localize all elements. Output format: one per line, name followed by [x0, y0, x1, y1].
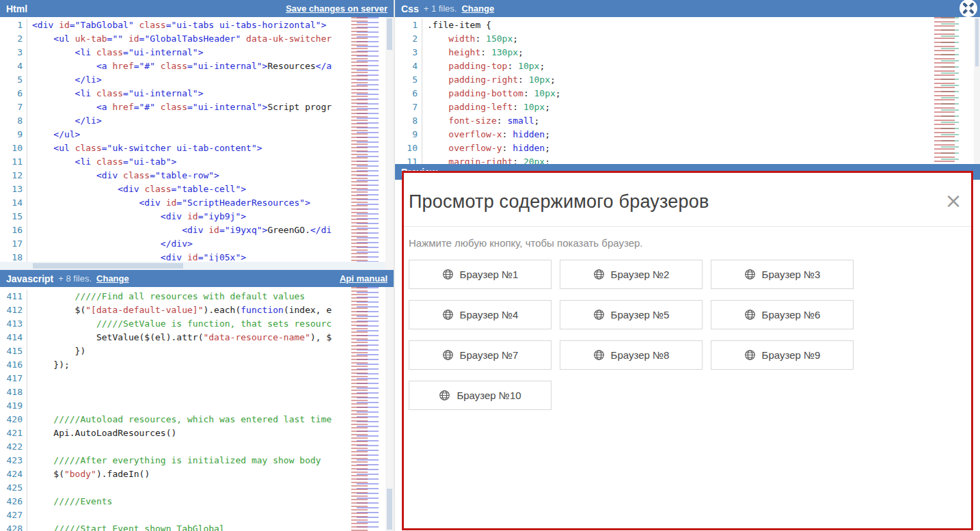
css-vertical-scrollbar[interactable]: [974, 17, 980, 164]
line-number: 16: [0, 223, 27, 237]
javascript-vertical-scrollbar[interactable]: [385, 287, 394, 531]
code-line: 14 <div id="ScriptHeaderResources">: [0, 196, 346, 210]
globe-icon: [439, 390, 450, 401]
line-number: 14: [0, 196, 27, 210]
browser-button[interactable]: Браузер №9: [711, 340, 854, 370]
settings-gear-icon[interactable]: [959, 0, 978, 18]
html-horizontal-scrollbar[interactable]: [0, 262, 385, 270]
code-token: ;: [545, 141, 550, 155]
css-minimap[interactable]: [931, 17, 974, 164]
javascript-minimap[interactable]: [346, 287, 385, 531]
globe-icon: [593, 349, 605, 361]
code-line: 4 padding-top: 10px;: [395, 59, 925, 73]
code-token: /////Start Event shown TabGlobal: [32, 522, 225, 531]
code-line: 11 <li class="ui-tab">: [0, 155, 346, 169]
code-token: class: [144, 182, 171, 196]
browser-button[interactable]: Браузер №2: [560, 260, 703, 289]
code-line: 10 <ul class="uk-switcher ui-tab-content…: [0, 141, 346, 155]
code-token: /////Events: [32, 495, 112, 508]
code-line: 16 <div id="i9yxq">GreenGO.</di: [0, 223, 346, 237]
line-number: 7: [395, 100, 422, 114]
scrollbar-thumb[interactable]: [33, 263, 183, 269]
close-icon[interactable]: ×: [944, 192, 963, 211]
code-line: 18 <div id="ij05x">: [0, 251, 346, 262]
code-token: "[data-default-value]": [85, 303, 203, 317]
line-number: 10: [395, 141, 422, 155]
browser-button[interactable]: Браузер №8: [560, 340, 703, 370]
code-line: 11 margin-right: 20px;: [395, 155, 925, 164]
line-number: 10: [0, 141, 27, 155]
javascript-files-note: + 8 files.: [58, 273, 92, 284]
line-number: 428: [0, 522, 27, 531]
browser-button[interactable]: Браузер №10: [409, 381, 552, 410]
browser-button-label: Браузер №10: [457, 390, 521, 401]
line-number: 420: [0, 413, 27, 426]
code-token: ="#": [134, 100, 161, 114]
code-line: 13 <div class="table-cell">: [0, 182, 346, 196]
code-token: ="i9yxq">: [219, 223, 267, 237]
preview-panel: Preview Просмотр содержимого браузеров ×…: [395, 164, 980, 531]
code-token: $(: [32, 467, 64, 481]
scrollbar-thumb[interactable]: [387, 18, 392, 50]
code-token: :: [513, 155, 523, 164]
code-token: class: [161, 59, 187, 73]
code-token: id: [187, 251, 198, 262]
code-line: 12 <div class="table-row">: [0, 169, 346, 182]
html-code-editor[interactable]: 1<div id="TabGlobal" class="ui-tabs ui-t…: [0, 17, 346, 262]
code-token: ="ui-tabs ui-tabs-horizontal">: [166, 18, 327, 32]
browser-button[interactable]: Браузер №1: [409, 260, 552, 289]
scrollbar-thumb[interactable]: [387, 489, 392, 530]
save-changes-link[interactable]: Save changes on server: [286, 3, 387, 14]
code-token: 20px: [523, 155, 545, 164]
code-line: 9 </ul>: [0, 128, 346, 141]
code-token: data-uk-switcher: [246, 32, 331, 46]
code-line: 4 <a href="#" class="ui-internal">Resour…: [0, 59, 346, 73]
modal-title: Просмотр содержимого браузеров: [409, 191, 971, 213]
javascript-code-editor[interactable]: 411 /////Find all resources with default…: [0, 287, 346, 531]
browser-button[interactable]: Браузер №3: [711, 260, 854, 289]
css-panel-header: Css + 1 files. Change: [395, 0, 980, 17]
browser-button[interactable]: Браузер №4: [409, 300, 552, 329]
line-number: 9: [395, 128, 422, 141]
css-change-link[interactable]: Change: [461, 3, 494, 14]
code-token: <a: [32, 100, 112, 114]
code-token: :: [513, 100, 523, 114]
code-token: height: [427, 46, 480, 59]
code-token: Api.AutoLoadResources(): [32, 426, 176, 440]
line-number: 425: [0, 481, 27, 495]
line-number: 427: [0, 508, 27, 522]
browser-button[interactable]: Браузер №6: [711, 300, 854, 329]
code-line: 2 <ul uk-tab="" id="GlobalTabsHeader" da…: [0, 32, 346, 46]
code-token: id: [59, 18, 70, 32]
code-line: 6 <li class="ui-internal">: [0, 87, 346, 100]
html-vertical-scrollbar[interactable]: [385, 17, 394, 270]
code-token: ;: [545, 100, 550, 114]
code-line: 9 overflow-x: hidden;: [395, 128, 925, 141]
css-code-editor[interactable]: 1.file-item {2 width: 150px;3 height: 13…: [395, 17, 925, 164]
code-token: :: [502, 128, 513, 141]
globe-icon: [744, 349, 756, 361]
scrollbar-thumb[interactable]: [975, 18, 979, 66]
globe-icon: [593, 269, 605, 280]
javascript-change-link[interactable]: Change: [96, 273, 129, 284]
code-token: (index, e: [284, 303, 331, 317]
html-panel-title: Html: [6, 3, 27, 14]
code-token: ;: [556, 87, 561, 100]
line-number: 1: [395, 18, 422, 32]
code-token: 10px: [529, 73, 550, 87]
browser-button[interactable]: Браузер №7: [409, 340, 552, 370]
api-manual-link[interactable]: Api manual: [340, 273, 387, 284]
line-number: 17: [0, 237, 27, 251]
browser-button-label: Браузер №3: [762, 269, 821, 280]
html-minimap[interactable]: [346, 17, 385, 262]
line-number: 415: [0, 344, 27, 358]
code-token: class: [96, 46, 123, 59]
code-token: ="ij05x">: [198, 251, 246, 262]
code-line: 426 /////Events: [0, 495, 346, 508]
code-token: uk-tab: [75, 32, 107, 46]
browser-button[interactable]: Браузер №5: [560, 300, 703, 329]
code-token: Resources: [267, 59, 315, 73]
browser-button-label: Браузер №2: [611, 269, 670, 280]
line-number: 416: [0, 358, 27, 372]
code-line: 5 padding-right: 10px;: [395, 73, 925, 87]
